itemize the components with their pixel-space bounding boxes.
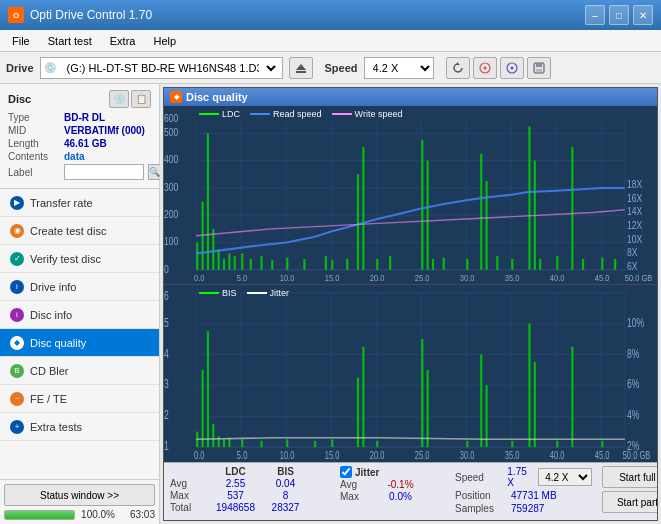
progress-bar-wrap — [4, 510, 75, 520]
disc-icon-btn-1[interactable]: 💿 — [109, 90, 129, 108]
svg-rect-28 — [196, 243, 198, 270]
nav-label-drive-info: Drive info — [30, 281, 76, 293]
legend-ldc: LDC — [199, 109, 240, 119]
nav-verify-test-disc[interactable]: ✓ Verify test disc — [0, 245, 159, 273]
samples-label: Samples — [455, 503, 507, 514]
svg-text:25.0: 25.0 — [415, 450, 430, 462]
drive-label: Drive — [6, 62, 34, 74]
speed-stat-select[interactable]: 4.2 X — [538, 468, 592, 486]
svg-text:100: 100 — [164, 235, 179, 247]
speed-pos-stats: Speed 1.75 X 4.2 X Position 47731 MB Sam… — [455, 466, 592, 514]
jitter-max: 0.0% — [378, 491, 423, 502]
nav-fe-te[interactable]: ~ FE / TE — [0, 385, 159, 413]
jitter-avg-label: Avg — [340, 479, 378, 490]
type-value: BD-R DL — [64, 112, 105, 123]
top-chart-svg: 0 100 200 300 400 500 600 18X 16X 14X 12… — [164, 106, 657, 284]
menu-extra[interactable]: Extra — [102, 33, 144, 49]
write-button[interactable] — [500, 57, 524, 79]
nav-extra-tests[interactable]: + Extra tests — [0, 413, 159, 441]
svg-rect-91 — [164, 285, 657, 463]
svg-text:20.0: 20.0 — [370, 272, 385, 283]
svg-rect-62 — [571, 147, 573, 270]
svg-text:0: 0 — [164, 263, 169, 275]
svg-rect-30 — [207, 133, 209, 270]
dq-panel-icon: ◆ — [170, 91, 182, 103]
svg-text:6%: 6% — [627, 376, 640, 390]
nav-disc-info[interactable]: i Disc info — [0, 301, 159, 329]
speed-select[interactable]: 4.2 X 2.0 X 8.0 X — [364, 57, 434, 79]
ldc-header: LDC — [208, 466, 263, 477]
start-full-button[interactable]: Start full — [602, 466, 658, 488]
legend-write-dot — [332, 113, 352, 115]
legend-bis-label: BIS — [222, 288, 237, 298]
svg-rect-60 — [539, 259, 541, 270]
svg-text:10%: 10% — [627, 315, 645, 329]
disc-quality-icon: ◆ — [10, 336, 24, 350]
menu-start-test[interactable]: Start test — [40, 33, 100, 49]
refresh-button[interactable] — [446, 57, 470, 79]
eject-button[interactable] — [289, 57, 313, 79]
svg-rect-53 — [466, 259, 468, 270]
svg-text:40.0: 40.0 — [550, 272, 565, 283]
svg-rect-113 — [218, 436, 220, 447]
disc-read-button[interactable] — [473, 57, 497, 79]
svg-rect-36 — [241, 253, 243, 269]
disc-icon-btn-2[interactable]: 📋 — [131, 90, 151, 108]
type-label: Type — [8, 112, 60, 123]
contents-value: data — [64, 151, 85, 162]
svg-rect-32 — [218, 249, 220, 269]
progress-text: 100.0% — [79, 509, 115, 520]
disc-label-input[interactable] — [64, 164, 144, 180]
svg-rect-117 — [260, 440, 262, 446]
close-button[interactable]: ✕ — [633, 5, 653, 25]
nav-create-test-disc[interactable]: ◉ Create test disc — [0, 217, 159, 245]
svg-rect-55 — [486, 181, 488, 270]
stats-section: LDC BIS Avg 2.55 0.04 Max 537 8 Total — [164, 462, 657, 520]
nav-drive-info[interactable]: i Drive info — [0, 273, 159, 301]
dq-title-bar: ◆ Disc quality — [164, 88, 657, 106]
svg-rect-42 — [325, 256, 327, 270]
svg-text:1: 1 — [164, 438, 169, 452]
svg-rect-110 — [202, 369, 204, 446]
svg-rect-133 — [571, 346, 573, 446]
legend-jitter-label: Jitter — [270, 288, 290, 298]
verify-test-icon: ✓ — [10, 252, 24, 266]
svg-rect-43 — [331, 260, 333, 270]
legend-read-speed: Read speed — [250, 109, 322, 119]
svg-rect-46 — [362, 147, 364, 270]
ldc-bis-stats: LDC BIS Avg 2.55 0.04 Max 537 8 Total — [170, 466, 308, 513]
svg-marker-2 — [457, 62, 460, 65]
svg-rect-50 — [427, 161, 429, 270]
svg-rect-39 — [271, 260, 273, 270]
start-part-button[interactable]: Start part — [602, 491, 658, 513]
nav-transfer-rate[interactable]: ▶ Transfer rate — [0, 189, 159, 217]
save-button[interactable] — [527, 57, 551, 79]
dq-title: Disc quality — [186, 91, 248, 103]
elapsed-time: 63:03 — [119, 509, 155, 520]
minimize-button[interactable]: – — [585, 5, 605, 25]
svg-rect-124 — [421, 339, 423, 447]
svg-text:400: 400 — [164, 153, 179, 165]
svg-text:10X: 10X — [627, 233, 643, 245]
nav-cd-bler[interactable]: B CD Bler — [0, 357, 159, 385]
maximize-button[interactable]: □ — [609, 5, 629, 25]
menu-file[interactable]: File — [4, 33, 38, 49]
svg-rect-47 — [376, 259, 378, 270]
svg-rect-128 — [486, 385, 488, 447]
menu-help[interactable]: Help — [145, 33, 184, 49]
sidebar: Disc 💿 📋 Type BD-R DL MID VERBATIMf (000… — [0, 84, 160, 524]
svg-rect-116 — [241, 439, 243, 447]
svg-rect-123 — [376, 440, 378, 446]
jitter-stats: Jitter Avg -0.1% Max 0.0% — [340, 466, 423, 517]
svg-point-6 — [510, 66, 513, 69]
status-window-button[interactable]: Status window >> — [4, 484, 155, 506]
svg-text:10.0: 10.0 — [280, 272, 295, 283]
svg-rect-31 — [212, 229, 214, 270]
svg-text:0.0: 0.0 — [194, 450, 204, 462]
drive-select[interactable]: (G:) HL-DT-ST BD-RE WH16NS48 1.D3 — [59, 57, 279, 79]
jitter-checkbox[interactable] — [340, 466, 352, 478]
nav-disc-quality[interactable]: ◆ Disc quality — [0, 329, 159, 357]
svg-text:6X: 6X — [627, 260, 638, 272]
position-label: Position — [455, 490, 507, 501]
svg-rect-52 — [443, 258, 445, 270]
